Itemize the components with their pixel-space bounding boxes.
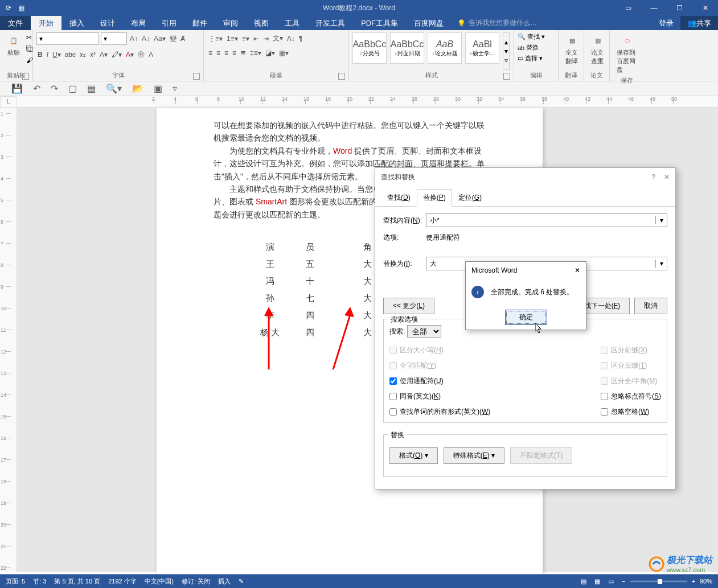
- find-input[interactable]: 小*▾: [426, 213, 667, 227]
- underline-icon[interactable]: U▾: [51, 50, 62, 60]
- launcher-icon[interactable]: [193, 73, 200, 80]
- more-icon[interactable]: ▿: [173, 83, 177, 94]
- asian-layout-icon[interactable]: 文▾: [272, 32, 284, 44]
- tab-references[interactable]: 引用: [154, 16, 184, 30]
- cut-icon[interactable]: ✂: [26, 34, 33, 42]
- save-icon[interactable]: 💾: [11, 83, 23, 94]
- baidu-save-button[interactable]: ⬭保存到百度网盘: [613, 32, 641, 75]
- numbering-icon[interactable]: 1≡▾: [225, 34, 239, 44]
- tab-tools[interactable]: 工具: [277, 16, 307, 30]
- maximize-button[interactable]: ☐: [667, 0, 692, 16]
- grow-font-icon[interactable]: A↑: [129, 34, 139, 44]
- inc-indent-icon[interactable]: ⇥: [262, 34, 270, 44]
- align-right-icon[interactable]: ≡: [223, 48, 229, 58]
- print-icon[interactable]: ▤: [87, 83, 96, 94]
- showmarks-icon[interactable]: ¶: [298, 34, 303, 44]
- zoom-in-icon[interactable]: +: [692, 578, 695, 585]
- minimize-button[interactable]: —: [641, 0, 667, 16]
- tab-goto[interactable]: 定位(G): [452, 189, 488, 207]
- font-color-icon[interactable]: A▾: [125, 50, 135, 60]
- zoom-slider[interactable]: [630, 581, 687, 582]
- tab-pdf[interactable]: PDF工具集: [353, 16, 406, 30]
- status-insert[interactable]: 插入: [218, 577, 231, 586]
- vertical-ruler[interactable]: 1234567891011121314151617181920212223242…: [0, 108, 17, 572]
- sort-icon[interactable]: A↓: [286, 34, 296, 44]
- replace-button[interactable]: ab替换: [518, 43, 545, 52]
- share-button[interactable]: 👥 共享: [680, 16, 718, 30]
- help-icon[interactable]: ?: [651, 173, 655, 181]
- chk-sounds-like[interactable]: 同音(英文)(K): [389, 392, 490, 401]
- status-track[interactable]: 修订: 关闭: [182, 577, 210, 586]
- bold-icon[interactable]: B: [36, 50, 44, 60]
- tab-view[interactable]: 视图: [246, 16, 277, 30]
- tab-insert[interactable]: 插入: [61, 16, 92, 30]
- chk-word-forms[interactable]: 查找单词的所有形式(英文)(W): [389, 407, 490, 417]
- cancel-button[interactable]: 取消: [634, 298, 667, 314]
- distribute-icon[interactable]: ≣: [239, 48, 247, 58]
- ribbon-options-icon[interactable]: ▭: [616, 0, 641, 16]
- zoom-out-icon[interactable]: −: [622, 578, 625, 585]
- superscript-icon[interactable]: x²: [89, 50, 97, 60]
- view-web-icon[interactable]: ▭: [608, 578, 614, 585]
- msgbox-titlebar[interactable]: Microsoft Word ✕: [466, 262, 586, 279]
- tab-find[interactable]: 查找(D): [381, 189, 417, 207]
- lunwen-button[interactable]: ▥论文查重: [588, 32, 608, 67]
- special-button[interactable]: 特殊格式(E) ▾: [444, 447, 504, 464]
- format-button[interactable]: 格式(O) ▾: [389, 447, 438, 464]
- shading-icon[interactable]: ◪▾: [264, 48, 276, 58]
- align-center-icon[interactable]: ≡: [215, 48, 221, 58]
- chevron-down-icon[interactable]: ▾: [655, 216, 667, 224]
- dialog-titlebar[interactable]: 查找和替换 ? ✕: [375, 168, 675, 186]
- char-border-icon[interactable]: A: [147, 50, 154, 60]
- tell-me[interactable]: 💡 告诉我您想要做什么…: [452, 16, 537, 30]
- font-name-input[interactable]: ▾: [36, 32, 99, 45]
- search-direction-select[interactable]: 全部: [407, 325, 441, 338]
- chk-ignore-space[interactable]: 忽略空格(W): [601, 407, 661, 417]
- tab-review[interactable]: 审阅: [215, 16, 246, 30]
- enclose-icon[interactable]: ㊕: [137, 48, 146, 60]
- status-section[interactable]: 节: 3: [33, 577, 46, 586]
- style-item[interactable]: AaBl↓硕士学…: [465, 32, 499, 64]
- undo-icon[interactable]: ↶: [33, 83, 40, 94]
- tab-home[interactable]: 开始: [31, 16, 61, 30]
- status-pages[interactable]: 第 5 页, 共 10 页: [54, 577, 100, 586]
- select-button[interactable]: ▭选择▾: [518, 54, 545, 63]
- phonetic-icon[interactable]: 變: [169, 33, 178, 45]
- text-effects-icon[interactable]: A▾: [99, 50, 109, 60]
- styles-more-icon[interactable]: ▿: [504, 56, 508, 64]
- multilevel-icon[interactable]: ≡▾: [241, 34, 251, 44]
- login-button[interactable]: 登录: [652, 16, 680, 30]
- tab-file[interactable]: 文件: [0, 16, 31, 30]
- open-icon[interactable]: 📂: [132, 83, 143, 94]
- style-item[interactable]: AaBbCc↓封面日期: [390, 32, 424, 64]
- justify-icon[interactable]: ≡: [231, 48, 237, 58]
- redo-icon[interactable]: ↷: [51, 83, 58, 94]
- horizontal-ruler[interactable]: 2468101214161820222426283032343638404244…: [17, 96, 718, 108]
- close-button[interactable]: ✕: [692, 0, 718, 16]
- ok-button[interactable]: 确定: [505, 310, 547, 325]
- tab-replace[interactable]: 替换(P): [417, 189, 452, 207]
- close-icon[interactable]: ✕: [575, 266, 580, 274]
- styles-up-icon[interactable]: ▴: [504, 38, 508, 46]
- style-item[interactable]: AaB↓论文标题: [428, 32, 462, 64]
- tab-layout[interactable]: 布局: [123, 16, 154, 30]
- clear-format-icon[interactable]: A̸: [179, 34, 186, 44]
- strike-icon[interactable]: abc: [64, 50, 77, 60]
- close-icon[interactable]: ✕: [664, 173, 670, 181]
- copy-icon[interactable]: ⿻: [26, 45, 33, 53]
- launcher-icon[interactable]: [338, 73, 345, 80]
- less-button[interactable]: << 更少(L): [383, 298, 434, 314]
- line-spacing-icon[interactable]: ‡≡▾: [249, 48, 262, 58]
- find-button[interactable]: 🔍查找▾: [518, 32, 545, 41]
- dec-indent-icon[interactable]: ⇤: [252, 34, 260, 44]
- tab-baidu[interactable]: 百度网盘: [406, 16, 452, 30]
- status-page[interactable]: 页面: 5: [6, 577, 25, 586]
- chevron-down-icon[interactable]: ▾: [655, 260, 667, 268]
- new-icon[interactable]: ▢: [68, 83, 77, 94]
- italic-icon[interactable]: I: [46, 50, 50, 60]
- view-read-icon[interactable]: ▤: [581, 578, 586, 585]
- align-left-icon[interactable]: ≡: [207, 48, 214, 58]
- autosave-icon[interactable]: ⟳: [6, 4, 11, 12]
- paste-button[interactable]: 📋 粘贴: [3, 32, 24, 58]
- status-words[interactable]: 2192 个字: [108, 577, 137, 586]
